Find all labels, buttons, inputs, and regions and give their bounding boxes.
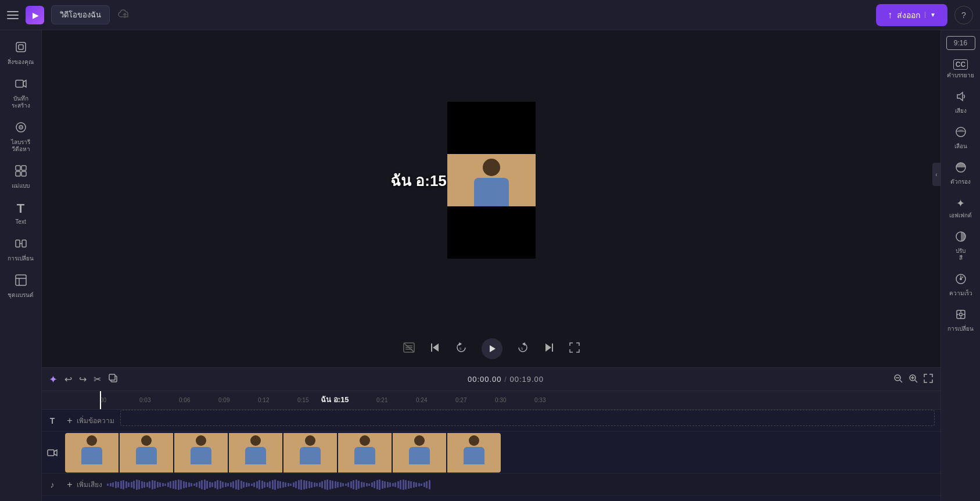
timeline-time-display: 00:00.00 / 00:19.00 [125, 375, 886, 384]
film-person-2 [132, 435, 161, 470]
svg-text:5: 5 [521, 347, 523, 350]
audio-icon [955, 91, 967, 105]
no-audio-button[interactable] [403, 342, 415, 356]
sidebar-item-adjust[interactable]: ปรับสี [943, 226, 978, 266]
menu-icon[interactable] [7, 11, 19, 19]
svg-point-48 [960, 278, 962, 280]
transition-icon [955, 126, 967, 141]
captions-icon: CC [953, 59, 968, 70]
sidebar-item-audio-label: เสียง [955, 108, 967, 114]
film-thumb-1 [65, 433, 119, 473]
undo-button[interactable]: ↩ [64, 374, 72, 385]
svg-line-38 [915, 380, 917, 382]
sidebar-item-speed[interactable]: ความเร็ว [943, 269, 978, 302]
sidebar-item-record[interactable]: บันทึกระสร้าง [3, 73, 38, 114]
sidebar-item-library[interactable]: ไลบรารีวีดีอหา [3, 116, 38, 158]
playback-controls: 5 5 [42, 330, 940, 367]
timeline-expand-button[interactable] [923, 373, 934, 386]
svg-rect-10 [16, 171, 20, 176]
film-person-6 [350, 435, 379, 470]
svg-rect-8 [16, 166, 20, 170]
sidebar-item-transform[interactable]: การเปลี่ยน [943, 304, 978, 337]
cut-button[interactable]: ✂ [94, 374, 101, 385]
svg-rect-9 [21, 166, 26, 170]
svg-rect-3 [16, 80, 23, 87]
export-label: ส่งออก [897, 9, 920, 22]
audio-waveform: // Generate waveform bars programmatical… [107, 477, 940, 493]
aspect-ratio-badge[interactable]: 9:16 [946, 36, 975, 50]
magic-tool-button[interactable]: ✦ [49, 373, 58, 386]
add-text-button[interactable]: + [63, 414, 77, 428]
preview-area: ฉัน อ:15 [42, 30, 940, 330]
video-filmstrip[interactable] [65, 433, 501, 473]
text-track-icon: T [42, 410, 63, 431]
ruler-mark-33: 0:33 [534, 397, 545, 403]
sidebar-item-captions-label: คำบรรยาย [947, 72, 974, 79]
sidebar-item-filter-label: ตัวกรอง [950, 178, 971, 185]
timeline-ruler: 00 0:03 0:06 0:09 0:12 0:15 0:18 0:21 0:… [42, 391, 940, 410]
svg-rect-13 [22, 240, 26, 247]
copy-button[interactable] [108, 373, 119, 386]
redo-button[interactable]: ↪ [79, 374, 87, 385]
ruler-mark-6: 0:06 [179, 397, 190, 403]
sidebar-item-audio[interactable]: เสียง [943, 86, 978, 119]
sidebar-item-filter[interactable]: ตัวกรอง [943, 157, 978, 190]
adjust-icon [955, 231, 967, 245]
zoom-out-button[interactable] [893, 373, 903, 386]
sidebar-item-transitions[interactable]: การเปลี่ยน [3, 232, 38, 267]
next-frame-button[interactable] [543, 342, 555, 356]
project-title[interactable]: วิดีโอของฉัน [51, 5, 110, 24]
sidebar-item-transitions-label: การเปลี่ยน [8, 255, 34, 262]
svg-rect-1 [16, 42, 26, 52]
film-person-8 [460, 435, 489, 470]
ruler-mark-24: 0:24 [416, 397, 427, 403]
video-black-top [447, 102, 536, 154]
fullscreen-button[interactable] [569, 342, 580, 356]
export-button[interactable]: ↑ ส่งออก ▼ [876, 4, 947, 26]
sidebar-item-record-label: บันทึกระสร้าง [12, 95, 30, 109]
forward-button[interactable]: 5 [516, 341, 529, 357]
svg-rect-12 [16, 240, 20, 247]
text-track-dropzone[interactable] [120, 410, 935, 426]
film-person-7 [405, 435, 434, 470]
sidebar-item-effects[interactable]: ✦ เอฟเฟกต์ [943, 192, 978, 224]
add-audio-button[interactable]: + [63, 478, 77, 492]
sidebar-item-captions[interactable]: CC คำบรรยาย [943, 55, 978, 84]
play-button[interactable] [482, 338, 502, 359]
sidebar-item-library-label: ไลบรารีวีดีอหา [11, 139, 30, 153]
film-thumb-8 [447, 433, 501, 473]
svg-marker-24 [433, 343, 439, 352]
main-area: สิ่งของคุณ บันทึกระสร้าง ไลบรารีวีดีอหา [0, 30, 980, 501]
sidebar-item-media[interactable]: สิ่งของคุณ [3, 36, 38, 70]
sidebar-item-brand[interactable]: ชุดแบรนด์ [3, 269, 38, 303]
zoom-in-button[interactable] [908, 373, 918, 386]
video-track-content [63, 432, 940, 473]
svg-line-50 [962, 277, 963, 278]
text-track-label: เพิ่มข้อความ [77, 415, 114, 426]
sidebar-item-text[interactable]: T Text [3, 196, 38, 230]
help-button[interactable]: ? [954, 6, 973, 24]
text-icon: T [17, 201, 24, 216]
collapse-preview-panel-button[interactable]: ‹ [932, 163, 940, 186]
ruler-mark-21: 0:21 [376, 397, 387, 403]
sidebar-item-transition[interactable]: เลือน [943, 121, 978, 155]
sidebar-item-effects-label: เอฟเฟกต์ [949, 212, 972, 219]
export-upload-icon: ↑ [888, 10, 892, 20]
svg-marker-43 [957, 92, 963, 101]
sidebar-item-templates[interactable]: แม่แบบ [3, 160, 38, 194]
prev-frame-button[interactable] [429, 342, 441, 356]
effects-icon: ✦ [956, 197, 965, 210]
rewind-button[interactable]: 5 [455, 341, 468, 357]
cloud-sync-icon[interactable] [117, 8, 131, 22]
sidebar-item-transition-label: เลือน [954, 143, 967, 150]
ruler-mark-27: 0:27 [455, 397, 466, 403]
sidebar-item-brand-label: ชุดแบรนด์ [8, 292, 34, 299]
person-head [483, 159, 500, 176]
film-thumb-4 [229, 433, 282, 473]
text-track-row: T + เพิ่มข้อความ [42, 410, 940, 432]
ruler-mark-12: 0:12 [258, 397, 269, 403]
video-person-frame [447, 154, 536, 206]
film-thumb-5 [283, 433, 337, 473]
transitions-icon [15, 237, 27, 253]
audio-track-label: เพิ่มเสียง [77, 479, 102, 490]
